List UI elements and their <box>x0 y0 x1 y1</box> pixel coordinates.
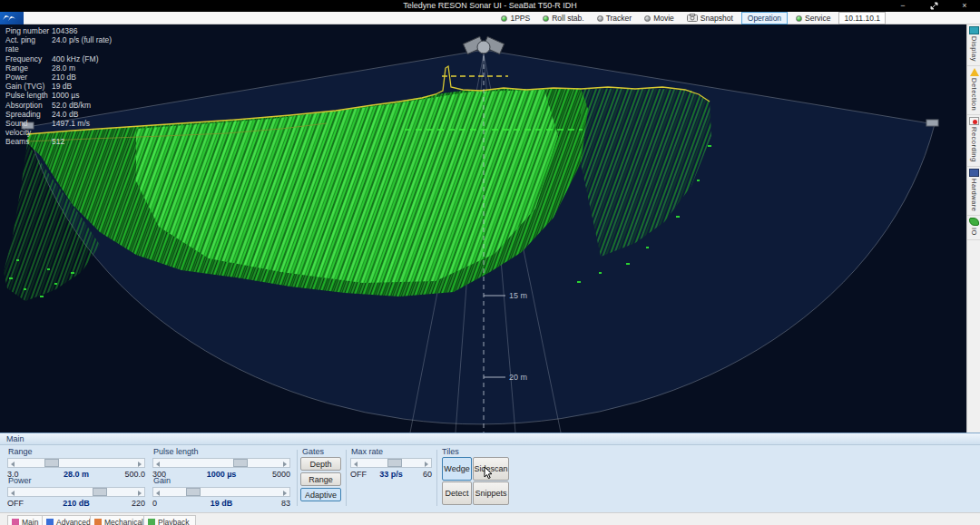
tab-label: Main <box>22 518 38 525</box>
panel-tab-row: Main Advanced Mechanical Playback <box>0 512 980 525</box>
slider-thumb[interactable] <box>93 488 107 496</box>
teledyne-logo-icon <box>0 12 24 24</box>
record-dot-icon <box>969 117 979 125</box>
led-icon <box>644 15 651 22</box>
hardware-chip-icon <box>969 169 979 177</box>
slider-thumb[interactable] <box>387 459 402 467</box>
pulse-length-group-label: Pulse length <box>153 447 199 456</box>
status-toolstrip: 1PPS Roll stab. Tracker Movie Snapshot O… <box>496 12 886 24</box>
sidebar-tab-display[interactable]: Display <box>967 24 980 66</box>
slider-decrease-arrow[interactable] <box>351 459 361 467</box>
indicator-label: Movie <box>653 14 674 23</box>
gates-depth-button[interactable]: Depth <box>300 457 341 471</box>
indicator-movie: Movie <box>640 14 679 23</box>
slider-value: 1000 µs <box>152 470 290 479</box>
ping-info-panel: Ping number104386 Act. ping rate24.0 p/s… <box>5 26 112 147</box>
snapshot-button[interactable]: Snapshot <box>682 14 738 24</box>
main-tab-icon <box>12 519 19 525</box>
sidebar-tab-label: IO <box>970 228 978 236</box>
slider-max: 83 <box>281 499 290 508</box>
warning-triangle-icon <box>970 68 979 76</box>
slider-max: 5000 <box>272 470 290 479</box>
sonar-ui-window: Teledyne RESON Sonar UI - SeaBat T50-R I… <box>0 0 980 525</box>
sidebar-tab-hardware[interactable]: Hardware <box>967 167 980 217</box>
tiles-group-label: Tiles <box>442 447 459 456</box>
power-slider[interactable] <box>7 487 145 497</box>
range-slider[interactable] <box>7 458 145 468</box>
slider-decrease-arrow[interactable] <box>153 459 163 467</box>
mechanical-tab-icon <box>94 519 102 525</box>
slider-value: 33 p/s <box>350 470 432 479</box>
range-group-label: Range <box>8 447 33 456</box>
sidebar-tab-label: Recording <box>970 127 978 162</box>
sidebar-tab-label: Display <box>970 36 978 62</box>
sidebar-tab-recording[interactable]: Recording <box>967 115 980 167</box>
playback-tab-icon <box>148 519 155 525</box>
title-bar: Teledyne RESON Sonar UI - SeaBat T50-R I… <box>0 0 980 12</box>
gates-adaptive-button[interactable]: Adaptive <box>300 488 341 501</box>
tab-label: Playback <box>158 518 190 525</box>
slider-max: 220 <box>132 499 145 508</box>
advanced-tab-icon <box>46 519 54 525</box>
indicator-label: Roll stab. <box>552 14 583 23</box>
slider-max: 60 <box>423 470 432 479</box>
slider-thumb[interactable] <box>186 488 201 496</box>
slider-value: 210 dB <box>7 499 145 508</box>
display-icon <box>969 26 979 34</box>
led-icon <box>501 15 507 22</box>
gates-range-button[interactable]: Range <box>300 472 341 486</box>
slider-value: 19 dB <box>152 499 290 508</box>
right-sidebar: Display Detection Recording Hardware IO <box>966 24 980 433</box>
gates-group-label: Gates <box>302 447 324 456</box>
gain-group-label: Gain <box>153 476 171 485</box>
camera-icon <box>687 14 698 24</box>
slider-decrease-arrow[interactable] <box>8 459 18 467</box>
tab-playback[interactable]: Playback <box>143 515 196 525</box>
indicator-service[interactable]: Service <box>791 14 835 23</box>
mouse-cursor <box>484 466 494 483</box>
slider-increase-arrow[interactable] <box>279 459 289 467</box>
service-label: Service <box>805 14 830 23</box>
minimize-icon[interactable]: − <box>887 0 918 12</box>
close-icon[interactable]: × <box>949 0 980 12</box>
tab-label: Mechanical <box>104 518 143 525</box>
gain-slider[interactable] <box>152 487 290 497</box>
indicator-label: Tracker <box>606 14 632 23</box>
indicator-tracker: Tracker <box>593 14 637 23</box>
max-rate-slider[interactable] <box>350 458 432 468</box>
sidebar-tab-detection[interactable]: Detection <box>967 66 980 115</box>
tiles-detect-button[interactable]: Detect <box>442 481 472 505</box>
panel-header: Main <box>0 433 980 445</box>
indicator-label: 1PPS <box>510 14 530 23</box>
sonar-wedge-display[interactable]: 15 m 20 m Ping number104386 Act. ping ra… <box>0 24 966 433</box>
tiles-snippets-button[interactable]: Snippets <box>473 481 509 505</box>
snapshot-label: Snapshot <box>701 14 733 23</box>
slider-increase-arrow[interactable] <box>134 488 144 496</box>
tiles-wedge-button[interactable]: Wedge <box>442 457 472 481</box>
range-tick-label: 20 m <box>509 373 527 382</box>
slider-increase-arrow[interactable] <box>421 459 431 467</box>
operation-toggle[interactable]: Operation <box>741 12 788 24</box>
led-icon <box>796 15 802 22</box>
pulse-length-slider[interactable] <box>152 458 290 468</box>
sidebar-tab-io[interactable]: IO <box>967 216 980 240</box>
menu-bar: 1PPS Roll stab. Tracker Movie Snapshot O… <box>0 12 980 24</box>
io-icon <box>969 218 979 226</box>
tab-label: Advanced <box>56 518 91 525</box>
restore-icon[interactable] <box>918 0 949 12</box>
slider-decrease-arrow[interactable] <box>8 488 18 496</box>
slider-increase-arrow[interactable] <box>279 488 289 496</box>
led-icon <box>543 15 549 22</box>
ip-address-field[interactable]: 10.11.10.1 <box>838 12 886 24</box>
slider-max: 500.0 <box>124 470 145 479</box>
slider-decrease-arrow[interactable] <box>153 488 163 496</box>
slider-increase-arrow[interactable] <box>134 459 144 467</box>
sonar-scene: 15 m 20 m <box>0 24 966 433</box>
tab-advanced[interactable]: Advanced <box>42 515 97 525</box>
sidebar-tab-label: Detection <box>970 78 978 111</box>
tab-main[interactable]: Main <box>7 515 44 525</box>
tab-mechanical[interactable]: Mechanical <box>90 515 150 525</box>
slider-thumb[interactable] <box>233 459 248 467</box>
wedge-handle-right[interactable] <box>926 120 938 126</box>
slider-thumb[interactable] <box>44 459 59 467</box>
